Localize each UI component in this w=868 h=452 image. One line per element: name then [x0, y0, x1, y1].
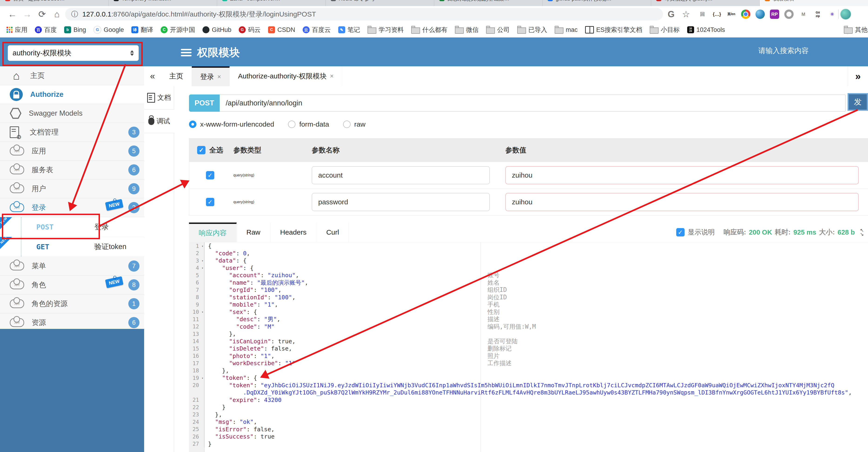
bookmark-star-icon[interactable]: ☆ [679, 9, 693, 19]
ring-icon[interactable] [784, 9, 794, 19]
bookmark-item[interactable]: 10 241024Tools [684, 26, 728, 33]
close-tab-icon[interactable]: × [330, 73, 334, 80]
fold-arrow-icon[interactable]: ▾ [202, 310, 204, 314]
tab-close-icon[interactable]: × [318, 0, 321, 2]
sidebar-item-角色的资源[interactable]: API角色的资源1 [0, 294, 144, 313]
bookmark-item[interactable]: CCSDN [265, 26, 298, 33]
fold-arrow-icon[interactable]: ▾ [202, 244, 204, 248]
bookmark-item[interactable]: 已导入 [515, 26, 550, 34]
tab-close-icon[interactable]: × [643, 0, 646, 2]
browser-tab[interactable]: Temporary Interact…× [108, 0, 217, 6]
hamburger-icon[interactable] [181, 47, 191, 58]
sidebar-api-item-login-post[interactable]: NEWPOST登录 [0, 217, 144, 237]
sidebar-item-用户[interactable]: API用户9 [0, 179, 144, 198]
tab-close-icon[interactable]: × [426, 0, 429, 2]
param-value-input[interactable]: zuihou [505, 166, 859, 184]
module-select[interactable]: authority-权限模块 [8, 45, 139, 61]
gitzip-icon[interactable]: Git zip [813, 9, 823, 19]
tab-close-icon[interactable]: × [860, 0, 863, 2]
doc-tab-登录[interactable]: 登录× [192, 66, 230, 86]
sidebar-item-角色[interactable]: API角色NEW8 [0, 276, 144, 294]
bookmark-item[interactable]: C开源中国 [158, 26, 198, 34]
response-tab-Raw[interactable]: Raw [237, 223, 270, 242]
fold-arrow-icon[interactable]: ▾ [202, 266, 204, 270]
chrome-icon[interactable] [741, 9, 750, 19]
globe-icon[interactable] [755, 9, 765, 19]
sidebar-api-item-verify-token-get[interactable]: NEWGET验证token [0, 237, 144, 257]
asterisk-icon[interactable]: ✳ [828, 9, 837, 19]
checkbox-icon[interactable]: ✓ [206, 198, 214, 206]
response-json-editor[interactable]: 1▾{2 "code": 0,3▾ "data": {4▾ "user": {5… [189, 242, 868, 452]
page-info-icon[interactable]: ⓘ [71, 9, 78, 19]
fold-arrow-icon[interactable]: ▾ [202, 259, 204, 262]
send-request-button[interactable]: 发 [847, 93, 868, 111]
back-button[interactable]: ← [6, 9, 19, 19]
body-type-option[interactable]: x-www-form-urlencoded [189, 120, 274, 128]
browser-tab[interactable]: github pack实作(实现…× [542, 0, 651, 6]
qr-code-icon[interactable]: 回 [698, 9, 707, 19]
other-bookmarks[interactable]: 其他书签 [841, 22, 868, 37]
bookmark-item[interactable]: G码云 [236, 26, 264, 34]
braces-icon[interactable]: {…} [712, 9, 721, 19]
browser-tab[interactable]: Redis 命令参考× [326, 0, 434, 6]
tab-close-icon[interactable]: × [209, 0, 212, 2]
bookmark-item[interactable]: 小目标 [647, 26, 682, 34]
bookmark-item[interactable]: 公司 [483, 26, 513, 34]
bookmark-item[interactable]: 什么都有 [408, 26, 450, 34]
profile-avatar[interactable] [840, 9, 851, 20]
forward-button[interactable]: → [21, 9, 34, 19]
panel-tab-文档[interactable]: 文档 [144, 86, 174, 110]
radio-icon[interactable] [189, 120, 196, 128]
param-value-input[interactable]: zuihou [505, 193, 859, 211]
browser-tab[interactable]: Zana - Jumpserver…× [217, 0, 326, 6]
tab-close-icon[interactable]: × [535, 0, 538, 2]
panel-tab-调试[interactable]: 调试 [144, 110, 174, 133]
doc-tab-Authorize-authority-权限模块[interactable]: Authorize-authority-权限模块× [230, 66, 342, 86]
browser-tab[interactable]: 奇安信迁入 (pack)…× [651, 0, 760, 6]
browser-tab[interactable]: 权限模块× [760, 0, 868, 6]
doc-tab-主页[interactable]: 主页 [161, 66, 192, 86]
response-tab-Headers[interactable]: Headers [270, 223, 316, 242]
sidebar-item-Authorize[interactable]: Authorize [0, 85, 144, 104]
header-select-all[interactable]: ✓全选 [189, 145, 231, 155]
show-description-toggle[interactable]: ✓ 显示说明 [676, 228, 715, 237]
tab-close-icon[interactable]: × [752, 0, 755, 2]
param-name-input[interactable]: account [312, 166, 490, 184]
header-search-input[interactable] [758, 46, 842, 55]
m-chevron-icon[interactable]: M [799, 9, 808, 19]
checkbox-icon[interactable]: ✓ [676, 228, 685, 236]
en-translate-icon[interactable]: 英/en [727, 9, 736, 19]
browser-tab[interactable]: 首页 - 建国/92Gdoc…× [0, 0, 108, 6]
close-tab-icon[interactable]: × [217, 73, 221, 81]
bookmark-item[interactable]: 应用 [4, 26, 30, 34]
response-tab-Curl[interactable]: Curl [316, 223, 349, 242]
browser-tab[interactable]: 日志系统(实现篇)基础架…× [434, 0, 543, 6]
fullscreen-icon[interactable]: ↖↘ [860, 228, 864, 236]
body-type-option[interactable]: form-data [288, 120, 329, 128]
bookmark-item[interactable]: bBing [61, 26, 89, 33]
sidebar-item-文档管理[interactable]: 文档管理3 [0, 123, 144, 142]
body-type-option[interactable]: raw [343, 120, 365, 128]
request-url-input[interactable]: /api/authority/anno/login [220, 94, 846, 112]
home-button[interactable]: ⌂ [50, 9, 64, 19]
bookmark-item[interactable]: mac [552, 26, 581, 34]
bookmark-item[interactable]: ES搜索引擎文档 [582, 26, 645, 34]
reload-button[interactable]: ⟳ [35, 9, 49, 19]
sidebar-item-Swagger Models[interactable]: Swagger Models [0, 104, 144, 123]
expand-tabs-button[interactable]: » [848, 66, 868, 86]
sidebar-item-菜单[interactable]: API菜单7 [0, 257, 144, 276]
fold-arrow-icon[interactable]: ▾ [202, 376, 204, 379]
sidebar-item-登录[interactable]: API登录NEW2 [0, 198, 144, 217]
rp-icon[interactable]: RP [770, 9, 779, 19]
bookmark-item[interactable]: 译翻译 [129, 26, 156, 34]
checkbox-icon[interactable]: ✓ [197, 146, 206, 154]
bookmark-item[interactable]: GGoogle [91, 26, 127, 34]
collapse-sidebar-button[interactable]: « [144, 66, 161, 86]
sidebar-item-应用[interactable]: API应用5 [0, 142, 144, 161]
tab-close-icon[interactable]: × [101, 0, 104, 2]
address-bar[interactable]: ⓘ 127.0.0.1:8760/api/gate/doc.html#/auth… [65, 8, 663, 21]
bookmark-item[interactable]: GitHub [200, 26, 234, 33]
bookmark-item[interactable]: 微信 [452, 26, 482, 34]
param-name-input[interactable]: password [312, 193, 490, 211]
bookmark-item[interactable]: 学习资料 [365, 26, 407, 34]
